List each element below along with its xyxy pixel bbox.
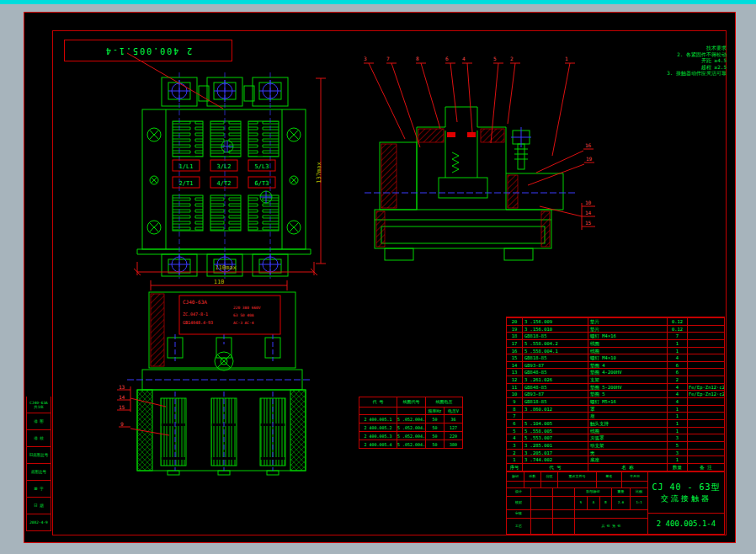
leader-number: 8	[416, 56, 419, 61]
parts-list-row: 175 .558.004.2 线圈1	[507, 339, 724, 347]
variant-header-coil: 线圈代号	[397, 397, 425, 407]
leader-number: 2	[510, 56, 514, 61]
parts-list-row: 203 .156.009 垫片0.12	[507, 317, 724, 325]
label-audit: 审核	[507, 510, 530, 518]
header-stamp-box: 2 400.005.1-4	[64, 40, 232, 61]
leader-number: 19	[586, 156, 592, 162]
cad-screenshot: { "stamp": { "text": "2 400.005.1-4" }, …	[0, 0, 756, 554]
leader-number: 3	[364, 56, 367, 61]
variant-header-freq: 频率Hz	[425, 407, 444, 414]
scale-value: 1:1	[630, 497, 647, 509]
front-view: 1/L1 3/L2 5/L3 2/T1 4/T2 6/T3	[127, 72, 321, 279]
leader-number: 16	[585, 142, 591, 148]
leader-number: 13	[119, 384, 125, 390]
window-top-strip	[0, 0, 756, 4]
technical-note-line: 3. 接触器动作应灵活可靠	[612, 70, 727, 77]
technical-note-line: 开距 ≥4.5	[612, 57, 727, 64]
technical-note-line: 技术要求	[612, 45, 727, 51]
leader-number: 15	[119, 404, 125, 410]
bottom-section-view: CJ40-63A ZC.047-8-1 GB14048.4-93 220 380…	[127, 290, 312, 476]
technical-note-line: 2. 各紧固件不得松动	[612, 51, 727, 58]
label-zone: 分区	[540, 472, 557, 481]
label-weight: 重量	[611, 488, 630, 496]
parts-list-row: 9GB818-85 螺钉 M5×164	[507, 397, 724, 405]
label-sheets: 共 张 第 张	[574, 519, 647, 534]
variant-row: 2 400.005.45 .052.004.4 50380	[359, 439, 462, 448]
label-count: 处数	[524, 472, 540, 481]
side-section-view	[365, 93, 575, 270]
leader-number: 14	[585, 210, 591, 216]
label-sign: 签名	[596, 472, 621, 481]
leader-number: 4	[462, 56, 466, 61]
terminal-label: 4/T2	[217, 180, 232, 187]
nameplate-model: CJ40-63A	[183, 299, 207, 305]
terminal-label: 5/L3	[255, 163, 269, 170]
variant-row: 2 400.005.25 .052.004.2 50127	[359, 423, 462, 431]
leader-number: 9	[120, 421, 124, 427]
margin-box: 签 字	[26, 481, 51, 498]
parts-list-row: 165 .558.004.1 线圈1	[507, 347, 724, 354]
variant-row: 2 400.005.15 .052.004.1 5036	[359, 414, 462, 423]
leader-number: 7	[386, 56, 390, 61]
variant-row: 2 400.005.35 .052.004.3 50220	[359, 431, 462, 439]
drawing-number: 2 400.005.1-4	[648, 513, 724, 534]
parts-list-row: 23 .205.017 壳3	[507, 449, 724, 456]
parts-list-row: 45 .553.007 灭弧罩3	[507, 434, 724, 441]
product-name: 交流接触器	[661, 493, 711, 504]
label-check: 校对	[507, 497, 530, 509]
terminal-label: 2/T1	[179, 180, 194, 187]
margin-box: 底图总号	[26, 464, 51, 481]
label-doc-no: 更改文件号	[557, 472, 596, 481]
leader-number: 1	[565, 56, 568, 61]
leader-number: 5	[493, 56, 497, 61]
parts-list: 203 .156.009 垫片0.12 193 .156.010 垫片0.12 …	[506, 317, 725, 471]
parts-list-row: 11GB848-85 垫圈 5-200HV4 Fe/Ep·Zn12·c2C	[507, 383, 724, 391]
parts-list-row: 123 .261.026 支架2	[507, 376, 724, 383]
technical-note-line: 超程 ≥2.5	[612, 64, 727, 71]
leader-number: 15	[585, 220, 591, 226]
drawing-sheet: 2 400.005.1-4 技术要求2. 各紧固件不得松动开距 ≥4.5超程 ≥…	[24, 12, 736, 543]
title-block: 标记 处数 分区 更改文件号 签名 年月日 设计 阶段标记 重量 比例 校对	[506, 471, 725, 535]
stage-mark: B	[599, 497, 611, 509]
nameplate-standard: GB14048.4-93	[183, 320, 213, 325]
parts-list-header: 序号 代 号 名 称 数量 备 注	[507, 463, 724, 471]
variant-header-volt: 电压V	[444, 407, 462, 414]
label-design: 设计	[507, 488, 530, 496]
parts-list-row: 13GB848-85 垫圈 4-200HV6	[507, 368, 724, 376]
label-mark: 标记	[507, 472, 524, 481]
stage-mark: S	[574, 497, 587, 509]
parts-list-row: 13 .744.002 底座1	[507, 455, 724, 463]
variant-header-code: 代 号	[359, 397, 397, 407]
parts-list-row: 7 座1	[507, 412, 724, 419]
parts-list-row: 33 .285.001 动支架5	[507, 441, 724, 449]
parts-list-row: 15GB818-85 螺钉 M4×104	[507, 354, 724, 361]
label-date: 年月日	[621, 472, 647, 481]
label-scale: 比例	[630, 488, 647, 496]
left-margin-column: CJ40-63A 共1张描 图描 校旧底图总号底图总号签 字日 期2002-4-…	[26, 397, 51, 531]
margin-box: 描 校	[26, 430, 51, 447]
margin-box: CJ40-63A 共1张	[26, 397, 51, 413]
parts-list-row: 14GB93-87 垫圈 46	[507, 361, 724, 369]
nameplate: CJ40-63A ZC.047-8-1 GB14048.4-93 220 380…	[179, 296, 280, 334]
nameplate-rating: AC-3 AC-4	[233, 321, 254, 325]
parts-list-row: 83 .860.012 罩1	[507, 405, 724, 413]
terminal-label: 1/L1	[179, 163, 194, 170]
parts-list-row: 18GB818-85 螺钉 M4×167	[507, 332, 724, 339]
terminal-label: 3/L2	[217, 163, 232, 170]
technical-notes: 技术要求2. 各紧固件不得松动开距 ≥4.5超程 ≥2.53. 接触器动作应灵活…	[612, 45, 727, 77]
header-stamp-text: 2 400.005.1-4	[104, 46, 192, 56]
parts-list-row: 10GB93-87 垫圈 54 Fe/Ep·Zn12·c2C	[507, 390, 724, 397]
title-block-name-area: CJ 40 - 63型 交流接触器 2 400.005.1-4	[648, 472, 724, 534]
margin-box: 日 期	[26, 498, 51, 514]
terminal-label: 6/T3	[255, 180, 269, 187]
margin-box: 旧底图总号	[26, 447, 51, 464]
label-craft: 工艺	[507, 519, 530, 534]
product-model: CJ 40 - 63型	[652, 482, 720, 493]
parts-list-row: 65 .104.005 触头支持1	[507, 419, 724, 427]
label-stage: 阶段标记	[574, 488, 611, 496]
leader-number: 14	[119, 394, 125, 400]
weight-value: 2.6	[611, 497, 630, 509]
parts-list-row: 55 .558.005 线圈1	[507, 427, 724, 434]
nameplate-rating: 220 380 660V	[233, 306, 261, 310]
margin-box: 描 图	[26, 413, 51, 430]
